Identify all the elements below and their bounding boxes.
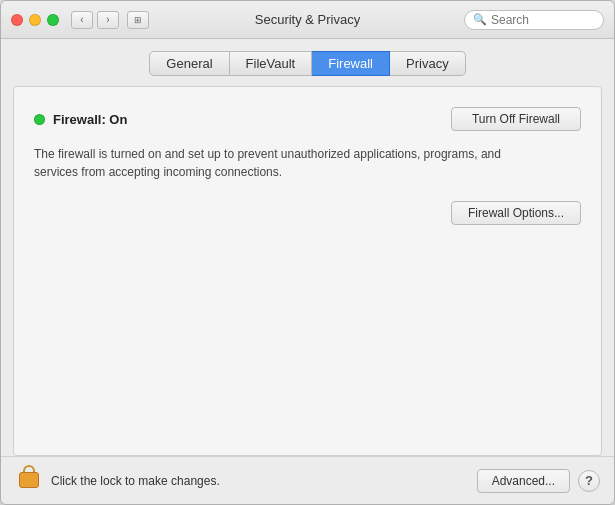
main-window: ‹ › ⊞ Security & Privacy 🔍 General FileV… xyxy=(0,0,615,505)
firewall-status-label: Firewall: On xyxy=(53,112,127,127)
firewall-options-row: Firewall Options... xyxy=(34,201,581,225)
tab-general[interactable]: General xyxy=(149,51,229,76)
close-button[interactable] xyxy=(11,14,23,26)
tab-firewall[interactable]: Firewall xyxy=(312,51,390,76)
lock-icon[interactable] xyxy=(15,465,43,497)
nav-buttons: ‹ › xyxy=(71,11,119,29)
title-bar: ‹ › ⊞ Security & Privacy 🔍 xyxy=(1,1,614,39)
grid-button[interactable]: ⊞ xyxy=(127,11,149,29)
status-dot xyxy=(34,114,45,125)
turn-off-firewall-button[interactable]: Turn Off Firewall xyxy=(451,107,581,131)
tab-privacy[interactable]: Privacy xyxy=(390,51,466,76)
content-area: Firewall: On Turn Off Firewall The firew… xyxy=(13,86,602,456)
forward-button[interactable]: › xyxy=(97,11,119,29)
help-button[interactable]: ? xyxy=(578,470,600,492)
lock-body xyxy=(19,472,39,488)
search-input[interactable] xyxy=(491,13,595,27)
search-icon: 🔍 xyxy=(473,13,487,26)
traffic-lights xyxy=(11,14,59,26)
lock-label: Click the lock to make changes. xyxy=(51,474,220,488)
back-button[interactable]: ‹ xyxy=(71,11,93,29)
maximize-button[interactable] xyxy=(47,14,59,26)
footer-right: Advanced... ? xyxy=(477,469,600,493)
window-title: Security & Privacy xyxy=(255,12,360,27)
footer: Click the lock to make changes. Advanced… xyxy=(1,456,614,504)
search-bar[interactable]: 🔍 xyxy=(464,10,604,30)
firewall-options-button[interactable]: Firewall Options... xyxy=(451,201,581,225)
firewall-status-row: Firewall: On Turn Off Firewall xyxy=(34,107,581,131)
firewall-description: The firewall is turned on and set up to … xyxy=(34,145,514,181)
advanced-button[interactable]: Advanced... xyxy=(477,469,570,493)
tab-filevault[interactable]: FileVault xyxy=(230,51,313,76)
minimize-button[interactable] xyxy=(29,14,41,26)
status-left: Firewall: On xyxy=(34,112,127,127)
tabs-bar: General FileVault Firewall Privacy xyxy=(1,39,614,86)
